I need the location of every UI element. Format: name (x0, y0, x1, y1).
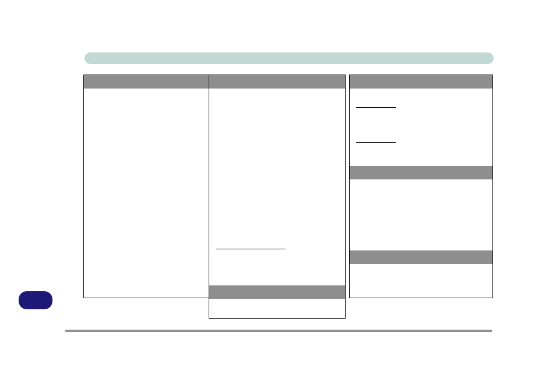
column-right (349, 75, 493, 298)
column-right-header (350, 75, 492, 89)
column-middle (209, 75, 346, 319)
column-left-header (84, 75, 210, 89)
column-right-section2-header (350, 166, 492, 179)
column-left (83, 75, 210, 298)
page-badge (19, 291, 52, 309)
column-right-line2 (356, 142, 396, 143)
footer-divider (65, 330, 492, 332)
column-right-line1 (356, 107, 396, 108)
column-middle-divider (216, 249, 286, 249)
column-middle-footer-header (209, 285, 345, 299)
column-middle-header (209, 75, 345, 89)
top-banner (85, 52, 494, 64)
column-right-section3-header (350, 250, 492, 264)
